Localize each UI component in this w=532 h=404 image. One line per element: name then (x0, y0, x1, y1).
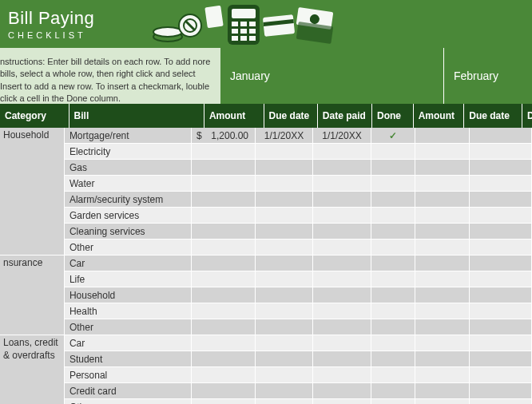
paid-cell[interactable] (313, 319, 371, 335)
done-cell[interactable] (371, 176, 415, 192)
due-cell[interactable] (256, 399, 313, 404)
bill-cell[interactable]: Household (65, 287, 192, 303)
amount2-cell[interactable] (415, 303, 470, 319)
amount-cell[interactable] (192, 255, 256, 271)
amount2-cell[interactable] (415, 176, 470, 192)
amount-cell[interactable] (192, 335, 256, 351)
bill-cell[interactable]: Other (65, 240, 192, 255)
due-cell[interactable] (256, 303, 313, 319)
amount-cell[interactable] (192, 303, 256, 319)
done-cell[interactable] (371, 399, 415, 404)
done-cell[interactable] (371, 287, 415, 303)
due2-cell[interactable] (470, 287, 532, 303)
bill-cell[interactable]: Credit card (65, 383, 192, 399)
paid-cell[interactable] (313, 192, 371, 208)
amount2-cell[interactable] (415, 287, 470, 303)
paid-cell[interactable] (313, 367, 371, 383)
done-cell[interactable] (371, 160, 415, 176)
amount-cell[interactable] (192, 319, 256, 335)
due-cell[interactable] (256, 367, 313, 383)
amount-cell[interactable]: $1,200.00 (192, 128, 256, 144)
due2-cell[interactable] (470, 208, 532, 224)
amount2-cell[interactable] (415, 319, 470, 335)
due2-cell[interactable] (470, 303, 532, 319)
amount2-cell[interactable] (415, 160, 470, 176)
amount2-cell[interactable] (415, 399, 470, 404)
bill-cell[interactable]: Student (65, 351, 192, 367)
due-cell[interactable] (256, 287, 313, 303)
amount-cell[interactable] (192, 192, 256, 208)
bill-cell[interactable]: Car (65, 335, 192, 351)
done-cell[interactable] (371, 335, 415, 351)
amount-cell[interactable] (192, 351, 256, 367)
done-cell[interactable] (371, 208, 415, 224)
due2-cell[interactable] (470, 399, 532, 404)
paid-cell[interactable] (313, 144, 371, 160)
amount-cell[interactable] (192, 208, 256, 224)
due2-cell[interactable] (470, 383, 532, 399)
amount2-cell[interactable] (415, 224, 470, 240)
bill-cell[interactable]: Garden services (65, 208, 192, 224)
bill-cell[interactable]: Health (65, 303, 192, 319)
done-cell[interactable] (371, 271, 415, 287)
amount-cell[interactable] (192, 144, 256, 160)
paid-cell[interactable] (313, 176, 371, 192)
due-cell[interactable] (256, 351, 313, 367)
paid-cell[interactable] (313, 303, 371, 319)
due-cell[interactable] (256, 383, 313, 399)
due2-cell[interactable] (470, 319, 532, 335)
amount-cell[interactable] (192, 383, 256, 399)
done-cell[interactable] (371, 240, 415, 255)
amount2-cell[interactable] (415, 383, 470, 399)
paid-cell[interactable] (313, 383, 371, 399)
done-cell[interactable]: ✓ (371, 128, 415, 144)
amount2-cell[interactable] (415, 255, 470, 271)
done-cell[interactable] (371, 351, 415, 367)
bill-cell[interactable]: Personal (65, 367, 192, 383)
bill-cell[interactable]: Mortgage/rent (65, 128, 192, 144)
due-cell[interactable] (256, 144, 313, 160)
due-cell[interactable] (256, 240, 313, 255)
due2-cell[interactable] (470, 144, 532, 160)
paid-cell[interactable] (313, 335, 371, 351)
due-cell[interactable] (256, 335, 313, 351)
due2-cell[interactable] (470, 240, 532, 255)
paid-cell[interactable] (313, 255, 371, 271)
done-cell[interactable] (371, 303, 415, 319)
amount2-cell[interactable] (415, 208, 470, 224)
paid-cell[interactable] (313, 224, 371, 240)
bill-cell[interactable]: Alarm/security system (65, 192, 192, 208)
due-cell[interactable]: 1/1/20XX (256, 128, 313, 144)
done-cell[interactable] (371, 192, 415, 208)
amount-cell[interactable] (192, 160, 256, 176)
amount2-cell[interactable] (415, 351, 470, 367)
amount-cell[interactable] (192, 176, 256, 192)
amount2-cell[interactable] (415, 144, 470, 160)
paid-cell[interactable] (313, 399, 371, 404)
due2-cell[interactable] (470, 271, 532, 287)
due2-cell[interactable] (470, 367, 532, 383)
amount2-cell[interactable] (415, 367, 470, 383)
bill-cell[interactable]: Electricity (65, 144, 192, 160)
paid-cell[interactable] (313, 287, 371, 303)
due-cell[interactable] (256, 160, 313, 176)
amount2-cell[interactable] (415, 271, 470, 287)
bill-cell[interactable]: Water (65, 176, 192, 192)
amount2-cell[interactable] (415, 128, 470, 144)
paid-cell[interactable] (313, 240, 371, 255)
due-cell[interactable] (256, 319, 313, 335)
due2-cell[interactable] (470, 335, 532, 351)
amount-cell[interactable] (192, 367, 256, 383)
bill-cell[interactable]: Other (65, 399, 192, 404)
done-cell[interactable] (371, 255, 415, 271)
done-cell[interactable] (371, 144, 415, 160)
done-cell[interactable] (371, 367, 415, 383)
bill-cell[interactable]: Cleaning services (65, 224, 192, 240)
due-cell[interactable] (256, 208, 313, 224)
paid-cell[interactable] (313, 351, 371, 367)
due2-cell[interactable] (470, 224, 532, 240)
due-cell[interactable] (256, 271, 313, 287)
amount2-cell[interactable] (415, 335, 470, 351)
due2-cell[interactable] (470, 351, 532, 367)
amount2-cell[interactable] (415, 192, 470, 208)
